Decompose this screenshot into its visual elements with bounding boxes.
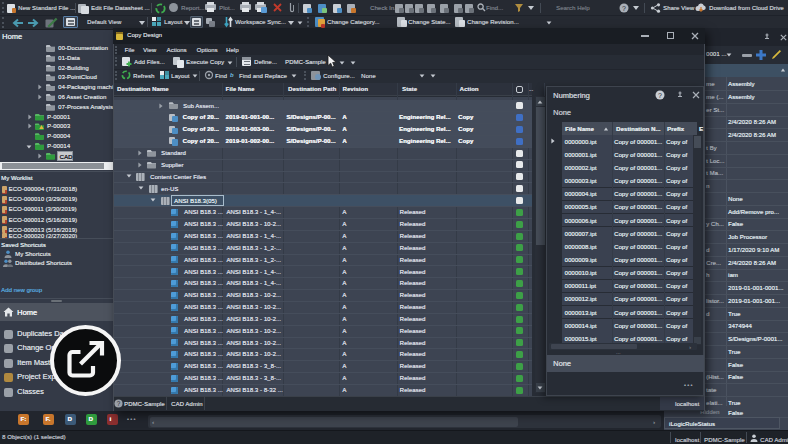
svg-text:?: ? [622,4,626,11]
svg-text:?: ? [658,92,662,99]
